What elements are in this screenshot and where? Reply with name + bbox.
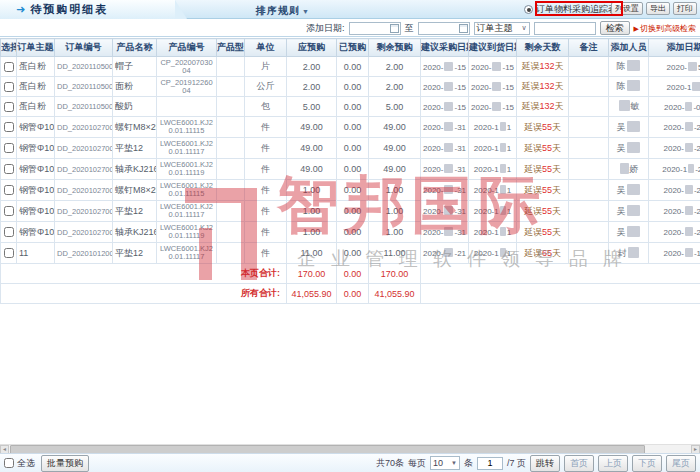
row-checkbox[interactable] — [4, 62, 14, 72]
cell-product-model — [217, 201, 245, 222]
next-page-button[interactable]: 下页 — [632, 455, 662, 472]
cell-add-date: 2020--12 — [649, 243, 700, 264]
report-type-radio-group: 订单物料采购追踪表 — [524, 3, 617, 16]
cell-add-date: 2020--05 — [649, 97, 700, 117]
cell-qty-due: 49.00 — [287, 138, 337, 159]
cell-suggest-arrive-date: 2020-11 — [469, 138, 517, 159]
cell-subject: 钢管Φ10mm — [17, 222, 55, 243]
cell-select — [1, 97, 17, 117]
cell-added-by: 娇 — [609, 159, 649, 180]
cell-qty-left: 2.00 — [369, 77, 421, 97]
prev-page-button[interactable]: 上页 — [598, 455, 628, 472]
last-page-button[interactable]: 尾页 — [666, 455, 696, 472]
print-button[interactable]: 打印 — [673, 2, 697, 15]
cell-qty-due: 1.00 — [287, 201, 337, 222]
cell-product-code: LWCE6001.KJ20.01.11117 — [157, 201, 217, 222]
top-band: ➜ 待预购明细表 排序规则▼ 订单物料采购追踪表 列设置 导出 打印 — [0, 0, 700, 19]
select-all-checkbox[interactable] — [4, 458, 14, 468]
cell-unit: 公斤 — [245, 77, 287, 97]
cell-unit: 件 — [245, 159, 287, 180]
cell-product-name: 螺钉M8×25 — [113, 117, 157, 138]
cell-remaining-days: 延误55天 — [517, 180, 569, 201]
column-header: 建议采购日期 — [421, 39, 469, 57]
calendar-icon[interactable] — [390, 24, 399, 33]
cell-suggest-arrive-date: 2020-11 — [469, 117, 517, 138]
cell-product-code: CP_20200703004 — [157, 57, 217, 77]
batch-prepurchase-button[interactable]: 批量预购 — [41, 455, 89, 472]
row-checkbox[interactable] — [4, 143, 14, 153]
date-to-label: 至 — [405, 22, 414, 35]
report-radio[interactable] — [524, 5, 533, 14]
column-settings-button[interactable]: 列设置 — [611, 2, 643, 15]
cell-order-no: DD_20201105001 — [55, 57, 113, 77]
cell-product-name: 轴承KJ216 — [113, 159, 157, 180]
add-date-filter-label: 添加日期: — [306, 22, 345, 35]
cell-product-name: 帽子 — [113, 57, 157, 77]
search-button[interactable]: 检索 — [600, 21, 630, 35]
cell-suggest-buy-date: 2020--31 — [421, 117, 469, 138]
row-checkbox[interactable] — [4, 122, 14, 132]
cell-remaining-days: 延误132天 — [517, 97, 569, 117]
row-checkbox[interactable] — [4, 248, 14, 258]
row-checkbox[interactable] — [4, 206, 14, 216]
cell-suggest-buy-date: 2020--31 — [421, 201, 469, 222]
cell-subject: 蛋白粉 — [17, 77, 55, 97]
cell-suggest-arrive-date: 2020-11 — [469, 243, 517, 264]
search-field-select[interactable]: 订单主题 ∨ — [474, 22, 530, 35]
export-button[interactable]: 导出 — [646, 2, 670, 15]
cell-product-model — [217, 159, 245, 180]
cell-order-no: DD_20201027001 — [55, 201, 113, 222]
cell-qty-left: 11.00 — [369, 243, 421, 264]
cell-product-model — [217, 222, 245, 243]
cell-note — [569, 243, 609, 264]
search-field-value: 订单主题 — [477, 22, 513, 35]
table-row: 钢管Φ10mmDD_20201027001平垫12LWCE6001.KJ20.0… — [1, 201, 700, 222]
search-input[interactable] — [534, 22, 596, 35]
table-row: 钢管Φ10mmDD_20201027001螺钉M8×25LWCE6001.KJ2… — [1, 180, 700, 201]
first-page-button[interactable]: 首页 — [564, 455, 594, 472]
row-checkbox[interactable] — [4, 185, 14, 195]
toolbar: 列设置 导出 打印 — [611, 2, 697, 15]
column-header: 产品型号 — [217, 39, 245, 57]
cell-added-by: 陈 — [609, 77, 649, 97]
advanced-search-link[interactable]: ▶切换到高级检索 — [634, 23, 696, 34]
cell-qty-done: 0.00 — [337, 57, 369, 77]
row-checkbox[interactable] — [4, 227, 14, 237]
cell-note — [569, 57, 609, 77]
cell-added-by: 吴 — [609, 222, 649, 243]
chevron-down-icon: ▼ — [451, 460, 457, 466]
cell-product-name: 面粉 — [113, 77, 157, 97]
sort-rule-dropdown[interactable]: 排序规则▼ — [256, 4, 310, 18]
cell-qty-due: 49.00 — [287, 159, 337, 180]
cell-added-by: 吴 — [609, 138, 649, 159]
horizontal-scrollbar[interactable]: ◄ ► — [0, 444, 700, 453]
column-header: 剩余预购 — [369, 39, 421, 57]
title-arrow-icon: ➜ — [16, 4, 25, 15]
cell-remaining-days: 延误55天 — [517, 138, 569, 159]
row-checkbox[interactable] — [4, 164, 14, 174]
cell-product-name: 平垫12 — [113, 201, 157, 222]
jump-button[interactable]: 跳转 — [530, 455, 560, 472]
cell-select — [1, 180, 17, 201]
cell-remaining-days: 延误55天 — [517, 201, 569, 222]
page-number-input[interactable] — [477, 457, 503, 470]
cell-add-date: 2020-1 — [649, 77, 700, 97]
table-row: 11DD_20201012002平垫12LWCE6001.KJ20.01.111… — [1, 243, 700, 264]
per-page-select[interactable]: 10 ▼ — [430, 456, 460, 470]
row-checkbox[interactable] — [4, 102, 14, 112]
table-row: 钢管Φ10mmDD_20201027002螺钉M8×25LWCE6001.KJ2… — [1, 117, 700, 138]
pre-purchase-table: 选择订单主题订单编号产品名称产品编号产品型号单位应预购已预购剩余预购建议采购日期… — [0, 38, 700, 304]
per-page-value: 10 — [433, 458, 443, 468]
cell-note — [569, 138, 609, 159]
calendar-icon[interactable] — [459, 24, 468, 33]
table-row: 钢管Φ10mmDD_20201027002轴承KJ216LWCE6001.KJ2… — [1, 159, 700, 180]
date-to-wrap — [418, 22, 470, 35]
cell-suggest-buy-date: 2020--31 — [421, 159, 469, 180]
cell-remaining-days: 延误55天 — [517, 117, 569, 138]
cell-unit: 件 — [245, 138, 287, 159]
cell-product-model — [217, 97, 245, 117]
bottom-bar: 全选 批量预购 共70条 每页 10 ▼ 条 /7 页 跳转 首页 上页 下页 … — [0, 453, 700, 472]
row-checkbox[interactable] — [4, 82, 14, 92]
cell-qty-done: 0.00 — [337, 201, 369, 222]
data-grid-wrap: 选择订单主题订单编号产品名称产品编号产品型号单位应预购已预购剩余预购建议采购日期… — [0, 38, 700, 304]
